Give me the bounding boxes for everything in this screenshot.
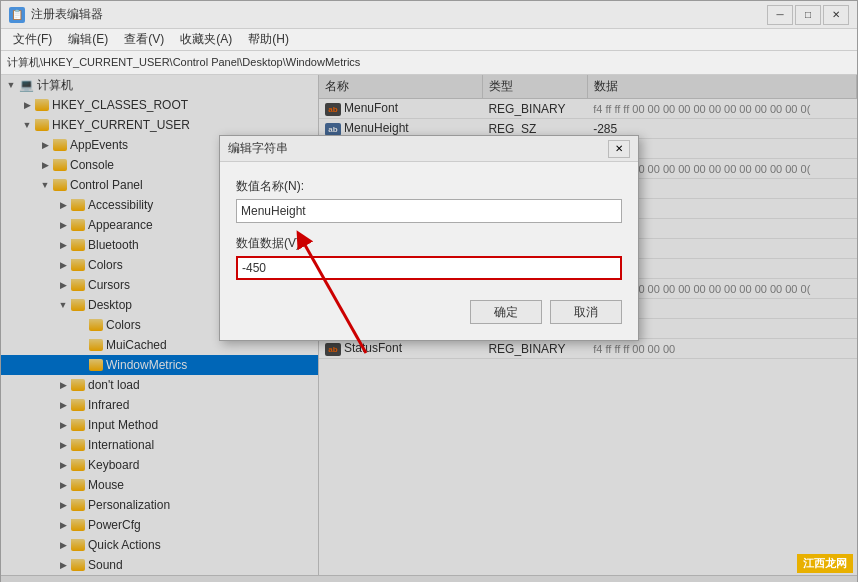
menu-bar: 文件(F) 编辑(E) 查看(V) 收藏夹(A) 帮助(H)	[1, 29, 857, 51]
title-bar: 📋 注册表编辑器 ─ □ ✕	[1, 1, 857, 29]
cancel-button[interactable]: 取消	[550, 300, 622, 324]
modal-overlay: 编辑字符串 ✕ 数值名称(N): 数值数据(V): 确定 取消	[1, 75, 857, 582]
window-title: 注册表编辑器	[31, 6, 767, 23]
modal-close-button[interactable]: ✕	[608, 140, 630, 158]
name-input[interactable]	[236, 199, 622, 223]
title-bar-buttons: ─ □ ✕	[767, 5, 849, 25]
menu-file[interactable]: 文件(F)	[5, 29, 60, 50]
name-label: 数值名称(N):	[236, 178, 622, 195]
modal-buttons: 确定 取消	[236, 300, 622, 324]
address-bar: 计算机\HKEY_CURRENT_USER\Control Panel\Desk…	[1, 51, 857, 75]
menu-view[interactable]: 查看(V)	[116, 29, 172, 50]
menu-edit[interactable]: 编辑(E)	[60, 29, 116, 50]
data-input[interactable]	[236, 256, 622, 280]
modal-content: 数值名称(N): 数值数据(V): 确定 取消	[220, 162, 638, 340]
close-button[interactable]: ✕	[823, 5, 849, 25]
maximize-button[interactable]: □	[795, 5, 821, 25]
menu-favorites[interactable]: 收藏夹(A)	[172, 29, 240, 50]
modal-title: 编辑字符串	[228, 140, 608, 157]
content-wrapper: ▼ 💻 计算机 ▶ HKEY_CLASSES_ROOT ▼ HKEY_CURRE…	[1, 75, 857, 582]
main-window: 📋 注册表编辑器 ─ □ ✕ 文件(F) 编辑(E) 查看(V) 收藏夹(A) …	[0, 0, 858, 582]
modal-title-bar: 编辑字符串 ✕	[220, 136, 638, 162]
data-label: 数值数据(V):	[236, 235, 622, 252]
address-text: 计算机\HKEY_CURRENT_USER\Control Panel\Desk…	[7, 55, 360, 70]
menu-help[interactable]: 帮助(H)	[240, 29, 297, 50]
minimize-button[interactable]: ─	[767, 5, 793, 25]
ok-button[interactable]: 确定	[470, 300, 542, 324]
app-icon: 📋	[9, 7, 25, 23]
modal-dialog: 编辑字符串 ✕ 数值名称(N): 数值数据(V): 确定 取消	[219, 135, 639, 341]
watermark: 江西龙网	[797, 554, 853, 573]
